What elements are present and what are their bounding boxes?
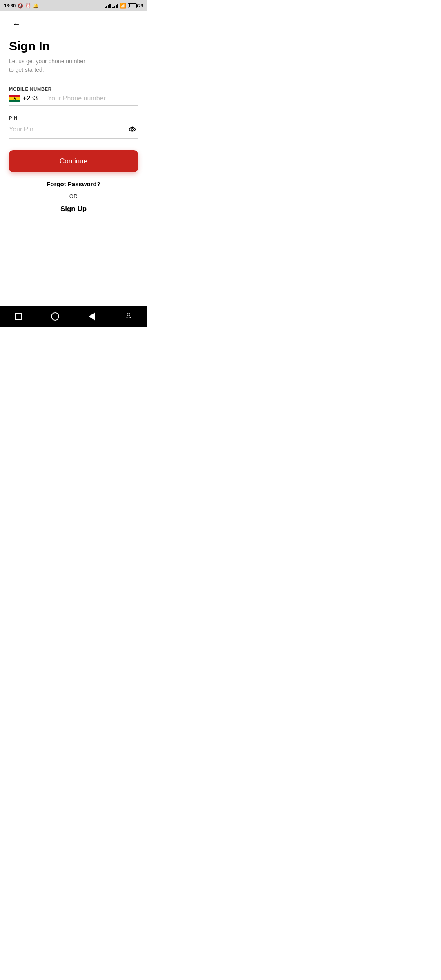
toggle-password-visibility-button[interactable] bbox=[127, 124, 138, 135]
flag-gold bbox=[9, 97, 20, 100]
person-icon bbox=[126, 313, 131, 320]
continue-button[interactable]: Continue bbox=[9, 150, 138, 172]
bell-icon: 🔔 bbox=[33, 3, 39, 9]
eye-icon bbox=[128, 125, 137, 134]
alarm-icon: ⏰ bbox=[25, 3, 31, 9]
sign-up-link[interactable]: Sign Up bbox=[9, 205, 138, 213]
svg-point-0 bbox=[129, 127, 136, 131]
back-button[interactable]: ← bbox=[9, 16, 24, 31]
nav-bar bbox=[0, 306, 147, 327]
status-bar-left: 13:30 🔇 ⏰ 🔔 bbox=[4, 3, 39, 9]
pin-input[interactable] bbox=[9, 126, 127, 133]
phone-input[interactable] bbox=[46, 95, 138, 102]
nav-back-button[interactable] bbox=[84, 308, 100, 325]
signal-bars-2 bbox=[112, 3, 118, 8]
or-divider: OR bbox=[9, 193, 138, 199]
ghana-flag bbox=[9, 95, 20, 102]
flag-green bbox=[9, 100, 20, 102]
battery-fill bbox=[129, 4, 130, 7]
page-subtitle: Let us get your phone numberto get start… bbox=[9, 57, 138, 74]
signal-bars-1 bbox=[105, 3, 111, 8]
nav-recent-apps-button[interactable] bbox=[10, 308, 27, 325]
mobile-label: MOBILE NUMBER bbox=[9, 87, 138, 91]
country-selector[interactable]: +233 bbox=[9, 95, 42, 102]
status-bar: 13:30 🔇 ⏰ 🔔 📶 29 bbox=[0, 0, 147, 11]
forgot-password-link[interactable]: Forgot Password? bbox=[9, 180, 138, 187]
person-head bbox=[127, 313, 130, 316]
status-bar-right: 📶 29 bbox=[105, 3, 143, 9]
battery-percent: 29 bbox=[138, 4, 143, 8]
flag-star bbox=[13, 97, 16, 100]
battery-icon bbox=[128, 3, 137, 8]
pin-label: PIN bbox=[9, 116, 138, 120]
mute-icon: 🔇 bbox=[18, 3, 23, 9]
status-time: 13:30 bbox=[4, 3, 16, 8]
country-code: +233 bbox=[23, 95, 38, 102]
triangle-icon bbox=[89, 312, 95, 321]
square-icon bbox=[15, 313, 22, 320]
person-body bbox=[126, 317, 131, 320]
wifi-icon: 📶 bbox=[120, 3, 126, 9]
circle-icon bbox=[51, 312, 59, 321]
phone-input-row: +233 bbox=[9, 95, 138, 106]
nav-accessibility-button[interactable] bbox=[120, 308, 137, 325]
pin-section: PIN bbox=[9, 116, 138, 139]
pin-input-row bbox=[9, 124, 138, 139]
page-title: Sign In bbox=[9, 39, 138, 53]
nav-home-button[interactable] bbox=[47, 308, 63, 325]
svg-point-1 bbox=[131, 129, 134, 131]
main-content: ← Sign In Let us get your phone numberto… bbox=[0, 11, 147, 221]
back-arrow-icon: ← bbox=[12, 19, 20, 29]
